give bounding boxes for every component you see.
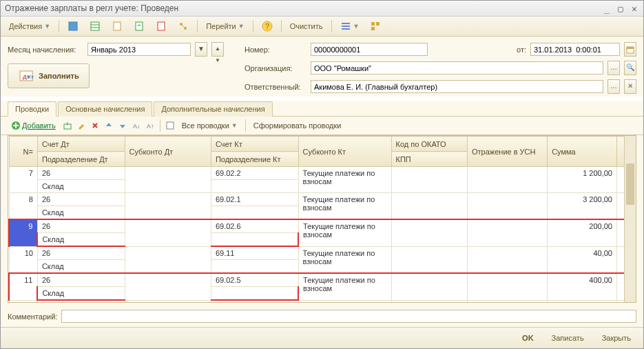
titlebar: Отражение зарплаты в регл учете: Проведе… xyxy=(1,1,643,17)
close-form-button[interactable]: Закрыть xyxy=(596,332,636,344)
svg-rect-1 xyxy=(91,22,99,30)
date-input[interactable] xyxy=(530,43,620,56)
move-down-icon[interactable] xyxy=(117,120,128,131)
tab-entries[interactable]: Проводки xyxy=(8,101,56,117)
resp-select[interactable]: … xyxy=(607,79,620,94)
number-input[interactable] xyxy=(311,43,428,56)
comment-label: Комментарий: xyxy=(8,312,57,321)
table-row[interactable]: 112669.02.5Текущие платежи по взносам400… xyxy=(9,273,635,287)
delete-icon[interactable] xyxy=(90,120,101,131)
col-subconto-kt[interactable]: Субконто Кт xyxy=(298,137,391,167)
tab-additional-accruals[interactable]: Дополнительные начисления xyxy=(154,101,272,117)
move-up-icon[interactable] xyxy=(103,120,114,131)
window-title: Отражение зарплаты в регл учете: Проведе… xyxy=(5,3,178,13)
svg-rect-6 xyxy=(158,22,165,30)
col-kpp[interactable]: КПП xyxy=(391,152,467,167)
close-button[interactable]: ✕ xyxy=(630,3,639,13)
tab-main-accruals[interactable]: Основные начисления xyxy=(58,101,152,117)
svg-text:Кт: Кт xyxy=(28,74,34,80)
list-icon[interactable]: ▼ xyxy=(336,19,364,33)
svg-rect-4 xyxy=(114,22,121,30)
save-button[interactable]: Записать xyxy=(546,332,590,344)
ok-button[interactable]: OK xyxy=(517,332,539,344)
svg-rect-0 xyxy=(69,22,77,30)
edit-icon[interactable] xyxy=(76,120,87,131)
svg-rect-14 xyxy=(342,28,350,30)
calendar-icon[interactable] xyxy=(624,42,636,57)
svg-rect-16 xyxy=(376,22,380,26)
main-toolbar: Действия▼ Перейти▼ ? Очистить ▼ xyxy=(1,17,643,37)
tree-icon[interactable] xyxy=(174,19,193,33)
sort-asc-icon[interactable]: A↓ xyxy=(131,120,142,131)
save-icon[interactable] xyxy=(63,19,83,33)
minimize-button[interactable]: _ xyxy=(602,3,612,13)
org-input[interactable] xyxy=(311,61,603,74)
entries-grid[interactable]: N= Счет Дт Субконто Дт Счет Кт Субконто … xyxy=(8,135,636,303)
structure-icon[interactable] xyxy=(366,19,385,33)
sheet-icon[interactable] xyxy=(165,120,176,131)
table-row[interactable]: 92669.02.6Текущие платежи по взносам200,… xyxy=(9,219,635,233)
spreadsheet-icon[interactable] xyxy=(85,19,105,33)
table-row[interactable]: 102669.11Текущие платежи по взносам40,00 xyxy=(9,246,635,260)
insert-icon[interactable] xyxy=(62,120,73,131)
svg-rect-27 xyxy=(167,122,174,129)
doc-action-icon[interactable] xyxy=(152,19,171,33)
month-label: Месяц начисления: xyxy=(8,46,83,54)
col-num[interactable]: N= xyxy=(9,137,37,167)
resp-clear[interactable]: ✕ xyxy=(624,79,636,94)
col-sum[interactable]: Сумма xyxy=(548,137,617,167)
svg-rect-22 xyxy=(627,47,634,49)
month-up[interactable]: ▲▼ xyxy=(211,42,224,57)
col-account-dt[interactable]: Счет Дт xyxy=(37,137,125,152)
svg-text:?: ? xyxy=(265,23,269,30)
number-label: Номер: xyxy=(245,46,307,54)
svg-rect-13 xyxy=(342,26,350,27)
svg-line-9 xyxy=(181,24,185,28)
svg-text:A↑: A↑ xyxy=(147,123,154,130)
org-select[interactable]: … xyxy=(607,61,620,75)
sort-desc-icon[interactable]: A↑ xyxy=(145,120,156,131)
all-entries-button[interactable]: Все проводки▼ xyxy=(178,120,241,131)
svg-rect-12 xyxy=(342,23,350,24)
org-search[interactable]: 🔍 xyxy=(624,61,636,75)
table-row[interactable]: 122670Горин Анатолий Петрович20 000,00 xyxy=(9,300,635,303)
scrollbar[interactable] xyxy=(624,136,636,302)
maximize-button[interactable]: ▢ xyxy=(616,3,625,13)
svg-rect-17 xyxy=(371,27,375,30)
form-entries-button[interactable]: Сформировать проводки xyxy=(250,120,345,131)
svg-rect-5 xyxy=(136,22,143,30)
col-dept-kt[interactable]: Подразделение Кт xyxy=(211,152,298,167)
org-label: Организация: xyxy=(245,64,307,72)
month-input[interactable] xyxy=(87,43,191,56)
actions-menu[interactable]: Действия▼ xyxy=(5,21,54,32)
resp-input[interactable] xyxy=(311,80,603,93)
col-usn[interactable]: Отражение в УСН xyxy=(468,137,548,167)
table-row[interactable]: 82669.02.1Текущие платежи по взносам3 20… xyxy=(9,193,635,206)
col-subconto-dt[interactable]: Субконто Дт xyxy=(125,137,211,167)
resp-label: Ответственный: xyxy=(245,83,307,91)
col-okato[interactable]: Код по ОКАТО xyxy=(391,137,467,152)
doc-icon[interactable] xyxy=(107,19,127,33)
add-button[interactable]: Добавить xyxy=(8,119,59,132)
comment-input[interactable] xyxy=(61,310,636,323)
col-account-kt[interactable]: Счет Кт xyxy=(211,137,298,152)
month-dropdown[interactable]: ▼ xyxy=(195,42,207,57)
clear-button[interactable]: Очистить xyxy=(286,21,327,32)
goto-menu[interactable]: Перейти▼ xyxy=(202,21,249,32)
svg-text:A↓: A↓ xyxy=(133,123,141,130)
svg-rect-15 xyxy=(371,22,375,26)
help-icon[interactable]: ? xyxy=(258,19,277,33)
table-row[interactable]: 72669.02.2Текущие платежи по взносам1 20… xyxy=(9,167,635,180)
col-dept-dt[interactable]: Подразделение Дт xyxy=(37,152,125,167)
from-label: от: xyxy=(517,46,526,54)
doc-refresh-icon[interactable] xyxy=(129,19,149,33)
fill-button[interactable]: ДтКт Заполнить xyxy=(8,63,90,88)
